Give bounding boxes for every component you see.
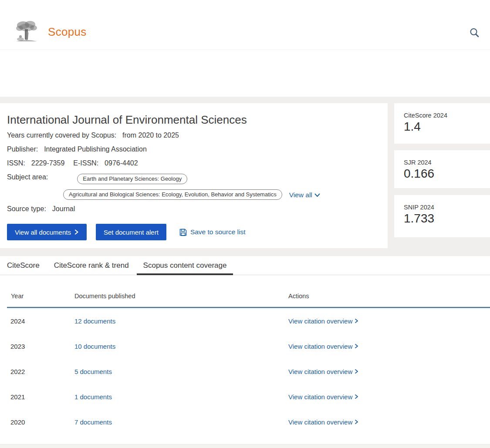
subject-pill[interactable]: Agricultural and Biological Sciences: Ec… bbox=[63, 189, 282, 200]
eissn-label: E-ISSN: bbox=[73, 159, 98, 167]
eissn-value: 0976-4402 bbox=[105, 159, 138, 167]
action-buttons-row: View all documents Set document alert Sa… bbox=[7, 224, 246, 240]
documents-label: 10 documents bbox=[74, 343, 115, 350]
view-citation-overview-link[interactable]: View citation overview bbox=[288, 317, 358, 325]
chevron-right-icon bbox=[354, 344, 358, 349]
year-cell: 2021 bbox=[10, 393, 25, 401]
view-citation-overview-link[interactable]: View citation overview bbox=[288, 368, 358, 375]
source-type-value: Journal bbox=[52, 205, 75, 213]
titlebar: Source details Feedback Compare sources bbox=[0, 50, 490, 97]
documents-label: 7 documents bbox=[74, 418, 112, 426]
documents-label: 12 documents bbox=[74, 317, 115, 325]
tab-scopus-content-coverage[interactable]: Scopus content coverage bbox=[137, 260, 233, 275]
subject-area-label: Subject area: bbox=[7, 173, 48, 181]
snip-metric-card: SNIP 2024 1.733 bbox=[394, 195, 490, 237]
save-icon bbox=[179, 229, 187, 236]
chevron-right-icon bbox=[354, 420, 358, 424]
tab-citescore-rank-trend[interactable]: CiteScore rank & trend bbox=[47, 260, 135, 275]
page-footer-strip bbox=[0, 444, 490, 448]
view-citation-overview-label: View citation overview bbox=[288, 343, 352, 350]
coverage-value: from 2020 to 2025 bbox=[122, 131, 179, 139]
view-all-documents-label: View all documents bbox=[15, 229, 71, 236]
source-details-card: International Journal of Environmental S… bbox=[0, 103, 388, 248]
table-row: 2023 10 documents View citation overview bbox=[0, 333, 490, 359]
source-type-label: Source type: bbox=[7, 205, 46, 213]
metric-value: 1.4 bbox=[404, 120, 490, 134]
chevron-right-icon bbox=[74, 229, 79, 235]
column-header-documents: Documents published bbox=[74, 293, 135, 300]
year-cell: 2023 bbox=[10, 343, 25, 350]
source-summary-band: International Journal of Environmental S… bbox=[0, 97, 490, 256]
set-document-alert-button[interactable]: Set document alert bbox=[96, 224, 166, 240]
metric-label: SJR 2024 bbox=[404, 159, 490, 166]
coverage-label: Years currently covered by Scopus: bbox=[7, 131, 116, 139]
publisher-row: Publisher: Integrated Publishing Associa… bbox=[7, 145, 147, 153]
section-tabs: CiteScore CiteScore rank & trend Scopus … bbox=[0, 260, 490, 275]
issn-value: 2229-7359 bbox=[31, 159, 65, 167]
subject-area-row: Subject area: Earth and Planetary Scienc… bbox=[7, 173, 187, 184]
table-row: 2024 12 documents View citation overview bbox=[0, 308, 490, 333]
source-type-row: Source type: Journal bbox=[7, 205, 75, 213]
chevron-right-icon bbox=[354, 369, 358, 374]
save-to-source-list-label: Save to source list bbox=[190, 228, 246, 236]
table-body: 2024 12 documents View citation overview… bbox=[0, 308, 490, 435]
column-header-actions: Actions bbox=[288, 293, 309, 300]
metric-value: 1.733 bbox=[404, 212, 490, 226]
view-citation-overview-label: View citation overview bbox=[288, 418, 352, 426]
view-all-subjects-link[interactable]: View all bbox=[289, 191, 320, 199]
view-all-label: View all bbox=[289, 191, 312, 199]
sjr-metric-card: SJR 2024 0.166 bbox=[394, 150, 490, 188]
documents-link[interactable]: 10 documents bbox=[74, 343, 115, 350]
chevron-down-icon bbox=[314, 193, 320, 197]
view-citation-overview-label: View citation overview bbox=[288, 317, 352, 325]
subject-area-row-2: Agricultural and Biological Sciences: Ec… bbox=[63, 189, 320, 200]
issn-row: ISSN: 2229-7359 E-ISSN: 0976-4402 bbox=[7, 159, 147, 167]
publisher-value: Integrated Publishing Association bbox=[44, 145, 147, 153]
journal-title: International Journal of Environmental S… bbox=[7, 113, 247, 127]
documents-link[interactable]: 12 documents bbox=[74, 317, 115, 325]
documents-label: 1 documents bbox=[74, 393, 112, 401]
search-icon[interactable] bbox=[469, 27, 480, 38]
app-header: Scopus bbox=[0, 0, 490, 50]
citescore-metric-card: CiteScore 2024 1.4 bbox=[394, 103, 490, 144]
table-row: 2020 7 documents View citation overview bbox=[0, 409, 490, 435]
chevron-right-icon bbox=[354, 394, 358, 399]
metric-label: SNIP 2024 bbox=[404, 204, 490, 211]
set-document-alert-label: Set document alert bbox=[104, 229, 159, 236]
scopus-wordmark[interactable]: Scopus bbox=[48, 25, 87, 39]
year-cell: 2020 bbox=[10, 418, 25, 426]
view-citation-overview-link[interactable]: View citation overview bbox=[288, 418, 358, 426]
documents-link[interactable]: 1 documents bbox=[74, 393, 112, 401]
chevron-right-icon bbox=[354, 319, 358, 323]
elsevier-tree-logo-icon[interactable] bbox=[14, 20, 38, 44]
year-cell: 2022 bbox=[10, 368, 25, 375]
metric-value: 0.166 bbox=[404, 167, 490, 181]
issn-label: ISSN: bbox=[7, 159, 25, 167]
coverage-row: Years currently covered by Scopus: from … bbox=[7, 131, 179, 139]
metric-label: CiteScore 2024 bbox=[404, 112, 490, 119]
table-row: 2022 5 documents View citation overview bbox=[0, 359, 490, 384]
documents-published-table: Year Documents published Actions 2024 12… bbox=[0, 275, 490, 435]
documents-label: 5 documents bbox=[74, 368, 112, 375]
table-row: 2021 1 documents View citation overview bbox=[0, 384, 490, 409]
view-citation-overview-link[interactable]: View citation overview bbox=[288, 393, 358, 401]
publisher-label: Publisher: bbox=[7, 145, 38, 153]
view-citation-overview-link[interactable]: View citation overview bbox=[288, 343, 358, 350]
table-header-divider bbox=[7, 307, 490, 308]
table-header: Year Documents published Actions bbox=[0, 275, 490, 308]
documents-link[interactable]: 5 documents bbox=[74, 368, 112, 375]
tab-citescore[interactable]: CiteScore bbox=[0, 260, 46, 275]
view-citation-overview-label: View citation overview bbox=[288, 368, 352, 375]
subject-pill[interactable]: Earth and Planetary Sciences: Geology bbox=[77, 174, 187, 184]
save-to-source-list-link[interactable]: Save to source list bbox=[179, 228, 246, 236]
year-cell: 2024 bbox=[10, 317, 25, 325]
documents-link[interactable]: 7 documents bbox=[74, 418, 112, 426]
column-header-year: Year bbox=[11, 293, 24, 300]
view-all-documents-button[interactable]: View all documents bbox=[7, 224, 87, 240]
view-citation-overview-label: View citation overview bbox=[288, 393, 352, 401]
